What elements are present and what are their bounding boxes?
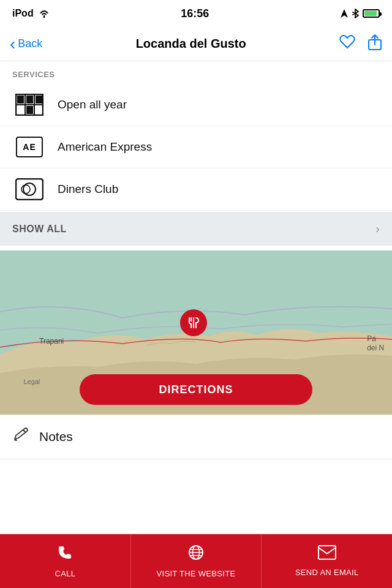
globe-icon (187, 544, 205, 565)
amex-icon-box: AE (12, 135, 47, 159)
location-icon (341, 9, 348, 18)
email-label: SEND AN EMAIL (295, 568, 359, 577)
status-bar: iPod 16:56 (0, 0, 392, 27)
svg-rect-8 (36, 96, 42, 104)
amex-icon: AE (16, 137, 43, 157)
favorite-icon[interactable] (339, 35, 355, 53)
status-left: iPod (12, 8, 50, 19)
wifi-icon (39, 9, 50, 18)
page-title: Locanda del Gusto (136, 37, 246, 51)
svg-rect-6 (17, 96, 24, 104)
map-label-legal: Legal (23, 378, 40, 385)
map-label-pa: Padei N (367, 334, 384, 352)
share-icon[interactable] (368, 34, 382, 55)
website-tab[interactable]: VISIT THE WEBSITE (131, 534, 262, 588)
map-label-trapani: Trapani (39, 337, 64, 345)
directions-button[interactable]: DIRECTIONS (80, 374, 312, 405)
directions-label: DIRECTIONS (159, 383, 233, 396)
call-tab[interactable]: CALL (0, 534, 131, 588)
back-chevron-icon (10, 36, 15, 53)
services-section-label: SERVICES (0, 61, 392, 84)
svg-marker-0 (341, 9, 348, 18)
status-time: 16:56 (181, 7, 209, 20)
svg-rect-9 (26, 106, 33, 114)
show-all-label: SHOW ALL (12, 224, 67, 235)
nav-bar: Back Locanda del Gusto (0, 27, 392, 61)
grid-icon (15, 94, 43, 116)
show-all-chevron-icon: › (375, 222, 380, 236)
map-container[interactable]: Trapani Legal Padei N DIRECTIONS (0, 251, 392, 415)
svg-rect-22 (318, 546, 336, 559)
amex-label: American Express (58, 140, 152, 154)
status-right (341, 9, 380, 18)
open-all-year-icon-box (12, 92, 47, 117)
back-button[interactable]: Back (10, 36, 42, 53)
pencil-icon (12, 427, 29, 443)
notes-icon (12, 427, 29, 447)
bluetooth-icon (352, 9, 359, 18)
service-row-open-all-year: Open all year (0, 84, 392, 126)
bottom-tab-bar: CALL VISIT THE WEBSITE SEND AN EMAIL (0, 534, 392, 588)
carrier-label: iPod (12, 8, 34, 19)
svg-rect-7 (26, 96, 33, 104)
email-icon (318, 545, 336, 564)
notes-row[interactable]: Notes (0, 415, 392, 459)
open-all-year-label: Open all year (58, 98, 127, 111)
diners-icon-box (12, 177, 47, 202)
call-label: CALL (55, 569, 75, 578)
nav-actions (339, 34, 382, 55)
battery-icon (363, 9, 380, 18)
call-icon (56, 544, 74, 565)
diners-label: Diners Club (58, 183, 118, 196)
website-label: VISIT THE WEBSITE (157, 569, 236, 578)
back-label: Back (18, 37, 42, 50)
svg-rect-10 (16, 179, 43, 200)
diners-icon (15, 178, 43, 200)
restaurant-icon (187, 316, 200, 330)
notes-label: Notes (39, 429, 73, 444)
email-tab[interactable]: SEND AN EMAIL (262, 534, 392, 588)
service-row-diners: Diners Club (0, 168, 392, 211)
show-all-button[interactable]: SHOW ALL › (0, 212, 392, 246)
svg-line-15 (23, 430, 26, 432)
service-row-amex: AE American Express (0, 126, 392, 168)
